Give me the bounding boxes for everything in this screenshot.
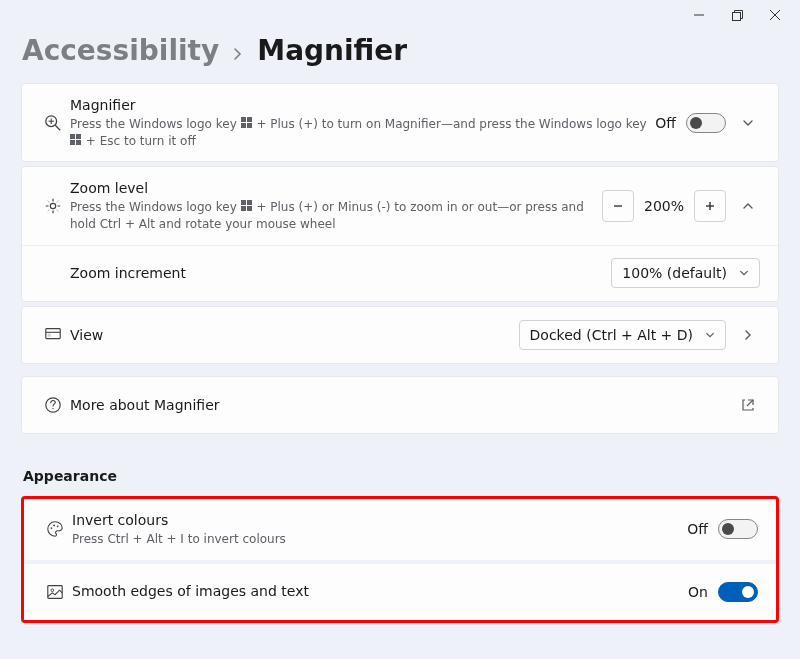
svg-line-28 [747,400,753,406]
more-about-card[interactable]: More about Magnifier [21,376,779,434]
view-value: Docked (Ctrl + Alt + D) [530,327,693,343]
smooth-edges-row[interactable]: Smooth edges of images and text On [24,564,776,620]
zoom-increment-title: Zoom increment [70,264,607,283]
chevron-down-icon [739,268,749,278]
section-appearance: Appearance [21,438,779,496]
svg-rect-17 [241,200,246,205]
svg-point-27 [52,408,53,409]
invert-toggle[interactable] [718,519,758,539]
magnifier-row[interactable]: Magnifier Press the Windows logo key + P… [22,84,778,161]
zoom-increase-button[interactable] [694,190,726,222]
invert-desc: Press Ctrl + Alt + I to invert colours [72,531,683,548]
invert-state: Off [687,521,708,537]
section-reading: Reading [21,627,779,659]
svg-rect-11 [247,123,252,128]
close-button[interactable] [756,1,794,29]
zoom-level-stepper: 200% [602,190,726,222]
chevron-down-icon[interactable] [736,111,760,135]
magnifier-toggle[interactable] [686,113,726,133]
smooth-toggle[interactable] [718,582,758,602]
svg-rect-8 [241,117,246,122]
magnifier-group: Magnifier Press the Windows logo key + P… [21,83,779,162]
appearance-highlight: Invert colours Press Ctrl + Alt + I to i… [21,496,779,623]
magnifier-desc: Press the Windows logo key + Plus (+) to… [70,116,651,150]
chevron-right-icon [233,48,243,60]
magnifier-title: Magnifier [70,96,651,115]
maximize-button[interactable] [718,1,756,29]
view-title: View [70,326,515,345]
invert-colours-row[interactable]: Invert colours Press Ctrl + Alt + I to i… [24,499,776,560]
zoom-decrease-button[interactable] [602,190,634,222]
windows-logo-icon [241,117,253,129]
windows-logo-icon [241,200,253,212]
svg-line-5 [55,125,60,130]
svg-rect-13 [76,134,81,139]
svg-rect-20 [247,206,252,211]
svg-point-33 [51,589,54,592]
svg-rect-1 [732,12,740,20]
svg-rect-9 [247,117,252,122]
zoom-target-icon [36,197,70,215]
svg-rect-10 [241,123,246,128]
view-icon [36,326,70,344]
zoom-level-row[interactable]: Zoom level Press the Windows logo key + … [22,167,778,244]
zoom-group: Zoom level Press the Windows logo key + … [21,166,779,301]
zoom-level-value: 200% [640,198,688,214]
view-group: View Docked (Ctrl + Alt + D) [21,306,779,364]
help-icon [36,396,70,414]
svg-rect-14 [70,140,75,145]
svg-point-16 [50,204,55,209]
magnifier-state: Off [655,115,676,131]
invert-title: Invert colours [72,511,683,530]
zoom-increment-value: 100% (default) [622,265,727,281]
minimize-button[interactable] [680,1,718,29]
zoom-level-desc: Press the Windows logo key + Plus (+) or… [70,199,598,233]
svg-rect-24 [46,329,60,339]
image-icon [38,583,72,601]
zoom-level-title: Zoom level [70,179,598,198]
view-row[interactable]: View Docked (Ctrl + Alt + D) [22,307,778,363]
svg-rect-18 [247,200,252,205]
svg-point-29 [51,528,53,530]
svg-rect-19 [241,206,246,211]
chevron-up-icon[interactable] [736,194,760,218]
chevron-down-icon [705,330,715,340]
svg-point-30 [53,525,55,527]
smooth-title: Smooth edges of images and text [72,582,684,601]
external-link-icon [736,393,760,417]
breadcrumb-parent[interactable]: Accessibility [22,34,219,67]
magnifier-icon [36,114,70,132]
palette-icon [38,520,72,538]
svg-rect-12 [70,134,75,139]
svg-rect-32 [48,585,62,598]
svg-rect-15 [76,140,81,145]
window-titlebar [0,0,800,30]
svg-point-31 [57,526,59,528]
zoom-increment-row: Zoom increment 100% (default) [22,245,778,301]
zoom-increment-dropdown[interactable]: 100% (default) [611,258,760,288]
breadcrumb: Accessibility Magnifier [0,30,800,83]
chevron-right-icon[interactable] [736,323,760,347]
windows-logo-icon [70,134,82,146]
more-about-title: More about Magnifier [70,396,732,415]
smooth-state: On [688,584,708,600]
view-dropdown[interactable]: Docked (Ctrl + Alt + D) [519,320,726,350]
breadcrumb-current: Magnifier [257,34,407,67]
